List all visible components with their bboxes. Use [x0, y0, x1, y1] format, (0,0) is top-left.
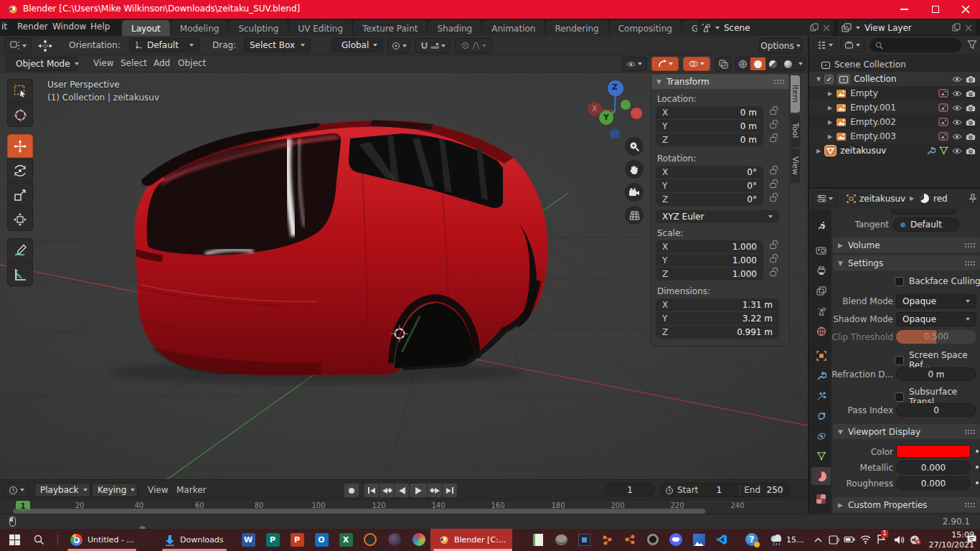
- suv-model[interactable]: [108, 120, 548, 384]
- close-button[interactable]: [951, 0, 980, 19]
- outliner-row-scene-collection[interactable]: Scene Collection: [809, 57, 980, 72]
- zoom-button[interactable]: [625, 137, 644, 156]
- n-tab-item[interactable]: Item: [791, 75, 800, 113]
- taskbar-search-button[interactable]: [32, 532, 46, 547]
- hide-eye-icon[interactable]: [952, 76, 962, 83]
- play-reverse-button[interactable]: [395, 484, 409, 497]
- taskbar-word[interactable]: W: [241, 532, 255, 547]
- outliner-row-empty-002[interactable]: ▶ Empty.002: [809, 115, 980, 129]
- outliner-filter-collection-button[interactable]: [840, 38, 864, 52]
- menu-object[interactable]: Object: [178, 58, 206, 68]
- transform-tool[interactable]: [7, 207, 33, 231]
- taskbar-app-molecule-1[interactable]: [600, 532, 614, 547]
- record-button[interactable]: [344, 484, 359, 497]
- options-button[interactable]: Options: [759, 38, 802, 53]
- tab-object[interactable]: [811, 347, 831, 364]
- metallic-field[interactable]: 0.000: [896, 461, 971, 474]
- jump-to-end-button[interactable]: [443, 484, 457, 497]
- move-widget-icon[interactable]: [37, 39, 53, 53]
- select-box-tool[interactable]: [7, 79, 33, 103]
- tangent-field[interactable]: Default: [893, 217, 959, 232]
- rotation-y-lock[interactable]: [770, 179, 776, 188]
- rotation-z-field[interactable]: Z0°: [656, 193, 763, 206]
- shading-material-button[interactable]: [765, 57, 781, 71]
- hide-eye-icon[interactable]: [952, 90, 962, 97]
- expand-arrow-icon[interactable]: ▶: [828, 133, 832, 140]
- gizmo-x-pos[interactable]: [631, 108, 642, 119]
- tray-sound-muted[interactable]: [908, 532, 923, 547]
- outliner-row-empty[interactable]: ▶ Empty: [809, 86, 980, 100]
- shading-wireframe-button[interactable]: [735, 57, 750, 71]
- tab-layout[interactable]: Layout: [122, 20, 170, 37]
- blend-mode-dropdown[interactable]: Opaque: [896, 294, 976, 309]
- taskbar-excel[interactable]: X: [339, 532, 353, 547]
- taskbar-outlook[interactable]: O: [314, 532, 329, 547]
- tab-constraints[interactable]: [811, 427, 831, 445]
- camera-view-button[interactable]: [625, 183, 644, 202]
- outliner-row-collection[interactable]: ▼ ✓ Collection: [809, 72, 980, 86]
- tab-particles[interactable]: [811, 387, 831, 405]
- menu-edit-truncated[interactable]: it: [1, 22, 7, 32]
- gizmo-z-neg[interactable]: [610, 129, 621, 139]
- scale-y-lock[interactable]: [770, 254, 776, 263]
- outliner-search-input[interactable]: [870, 38, 961, 52]
- snap-button-group[interactable]: [415, 38, 451, 53]
- scale-x-field[interactable]: X1.000: [656, 240, 763, 253]
- show-overlays-button[interactable]: [683, 57, 710, 71]
- taskbar-app-ring[interactable]: [646, 532, 660, 547]
- menu-render[interactable]: Render: [17, 22, 48, 32]
- tab-output[interactable]: [811, 262, 831, 280]
- menu-view[interactable]: View: [93, 58, 113, 68]
- pass-index-field[interactable]: 0: [896, 403, 976, 417]
- breadcrumb-material-name[interactable]: red: [933, 194, 948, 204]
- camera-visibility-icon[interactable]: [966, 104, 976, 112]
- tab-rendering[interactable]: Rendering: [545, 20, 608, 37]
- hide-eye-icon[interactable]: [952, 105, 962, 111]
- taskbar-vscode[interactable]: [715, 532, 729, 547]
- custom-properties-section-header[interactable]: ▶ Custom Properties: [833, 497, 980, 512]
- scale-y-field[interactable]: Y1.000: [656, 254, 763, 267]
- jump-to-start-button[interactable]: [364, 484, 379, 497]
- shading-solid-button[interactable]: [750, 57, 765, 71]
- tab-view-layer[interactable]: [811, 282, 831, 300]
- taskbar-help-app[interactable]: ?: [745, 532, 759, 547]
- rotation-x-field[interactable]: X0°: [656, 166, 763, 179]
- animate-dot[interactable]: [976, 466, 979, 468]
- menu-window[interactable]: Window: [52, 22, 86, 32]
- object-visibility-button[interactable]: [621, 57, 647, 71]
- scale-x-lock[interactable]: [770, 240, 776, 249]
- pin-icon[interactable]: [969, 194, 977, 203]
- n-tab-view[interactable]: View: [791, 149, 800, 183]
- scene-selector[interactable]: Scene: [697, 20, 834, 35]
- dimensions-y-field[interactable]: Y3.22 m: [656, 312, 779, 325]
- scale-z-field[interactable]: Z1.000: [656, 268, 763, 281]
- rotation-x-lock[interactable]: [770, 166, 776, 174]
- cursor-tool[interactable]: [7, 103, 33, 127]
- color-swatch[interactable]: [896, 445, 971, 458]
- tab-world[interactable]: [811, 322, 831, 340]
- clip-threshold-slider[interactable]: 0.500: [896, 330, 976, 344]
- copy-icon[interactable]: [952, 23, 961, 32]
- tab-shading[interactable]: Shading: [428, 20, 481, 37]
- timeline-marker-menu[interactable]: Marker: [176, 485, 206, 495]
- tray-wifi[interactable]: [858, 532, 872, 547]
- taskbar-blender-window[interactable]: Blender [C:...: [430, 529, 512, 551]
- orientation-dropdown[interactable]: Default: [129, 38, 199, 52]
- tab-animation[interactable]: Animation: [482, 20, 545, 37]
- outliner-row-zeitakusuv[interactable]: ▶ zeitakusuv: [809, 143, 980, 158]
- volume-section-header[interactable]: ▶ Volume: [833, 237, 980, 253]
- taskbar-chrome-window[interactable]: Untitled - ...: [65, 529, 140, 551]
- expand-arrow-icon[interactable]: ▶: [828, 119, 832, 126]
- remove-view-layer-icon[interactable]: [965, 24, 972, 32]
- expand-arrow-icon[interactable]: ▼: [816, 76, 821, 83]
- camera-visibility-icon[interactable]: [966, 133, 976, 141]
- annotate-tool[interactable]: [7, 238, 33, 262]
- show-gizmo-button[interactable]: [651, 57, 679, 71]
- taskbar-notepad[interactable]: [531, 532, 545, 547]
- breadcrumb-object-name[interactable]: zeitakusuv: [859, 194, 905, 204]
- menu-select[interactable]: Select: [121, 58, 147, 68]
- minimize-button[interactable]: [890, 0, 918, 19]
- location-z-field[interactable]: Z0 m: [656, 133, 763, 146]
- collection-checkbox[interactable]: ✓: [824, 75, 834, 84]
- rotation-mode-dropdown[interactable]: XYZ Euler: [656, 210, 779, 223]
